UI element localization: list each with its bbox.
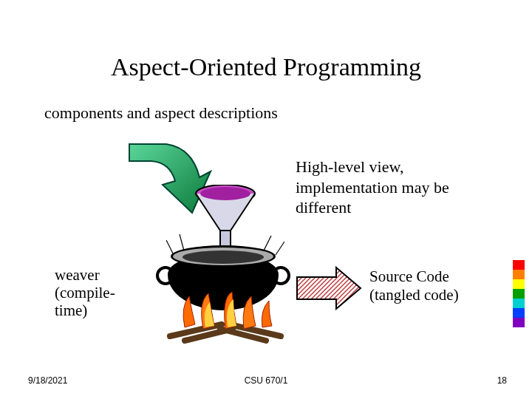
- slide-title: Aspect-Oriented Programming: [0, 53, 532, 81]
- color-bar-segment: [513, 270, 525, 279]
- fire-icon: [163, 292, 288, 344]
- color-bar-segment: [513, 299, 525, 308]
- color-bar-segment: [513, 308, 525, 318]
- color-bar: [513, 260, 525, 327]
- svg-point-1: [200, 187, 250, 200]
- footer-page-number: 18: [497, 375, 507, 386]
- slide-subtitle: components and aspect descriptions: [44, 103, 278, 123]
- weaver-label: weaver (compile-time): [55, 266, 143, 319]
- source-code-label: Source Code (tangled code): [369, 267, 495, 304]
- color-bar-segment: [513, 289, 525, 299]
- footer-center: CSU 670/1: [0, 375, 532, 386]
- color-bar-segment: [513, 260, 525, 270]
- color-bar-segment: [513, 318, 525, 327]
- right-arrow-hatched-icon: [296, 266, 362, 310]
- aop-weaver-illustration: [137, 144, 321, 351]
- high-level-view-text: High-level view, implementation may be d…: [296, 157, 488, 218]
- color-bar-segment: [513, 279, 525, 289]
